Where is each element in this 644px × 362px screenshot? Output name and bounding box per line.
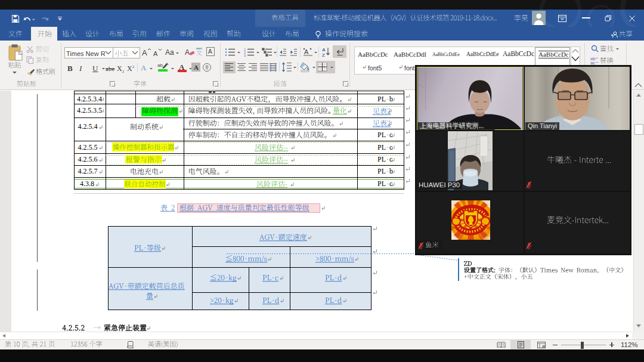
svg-text:A: A — [304, 48, 309, 55]
svg-text:A: A — [322, 47, 326, 52]
svg-text:Z: Z — [322, 52, 325, 57]
svg-text:ab: ab — [157, 63, 163, 68]
svg-text:3: 3 — [244, 54, 246, 57]
svg-text:ac: ac — [590, 60, 595, 64]
